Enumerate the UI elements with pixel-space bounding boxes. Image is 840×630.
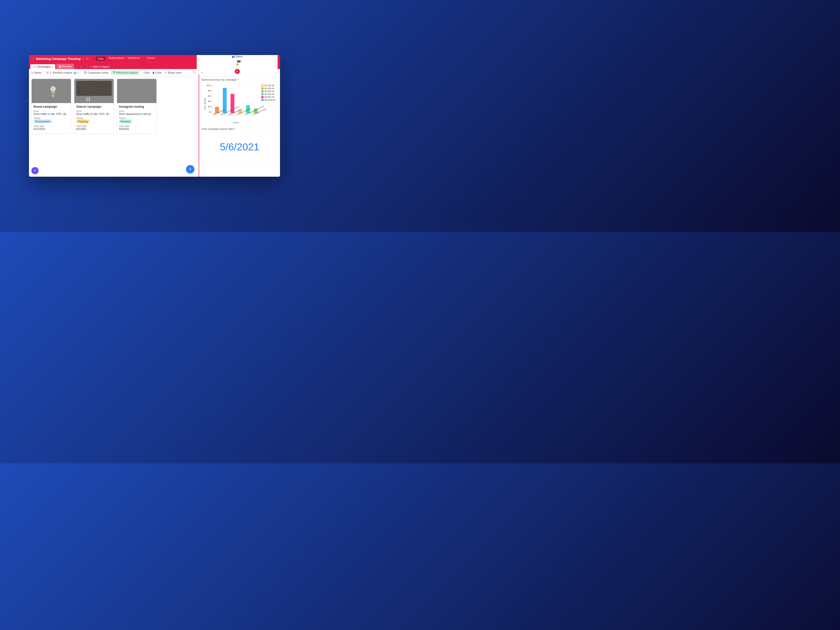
avatar[interactable]: P: [235, 69, 240, 74]
share-view-button[interactable]: ⇪Share view: [164, 71, 182, 74]
filter-button[interactable]: ⧩ Filtered by Status: [111, 70, 139, 75]
info-icon[interactable]: ⓘ: [86, 57, 88, 61]
nav-automations[interactable]: Automations: [109, 57, 124, 61]
more-icon[interactable]: ⋯: [275, 71, 278, 74]
y-tick: $10k: [207, 84, 212, 87]
ai-assistant-button[interactable]: ✦: [32, 167, 39, 174]
people-icon: 👥: [73, 71, 77, 74]
goal-value: Drive awareness to new key accounts, CP…: [119, 112, 155, 115]
tab-dropdown[interactable]: ▾: [78, 65, 84, 69]
legend-item: $10,500.00: [261, 99, 275, 101]
view-toolbar: ≡Views ⊞1. Review creative 👥 ▾ ☰Customiz…: [29, 69, 199, 76]
legend-swatch: [261, 90, 264, 92]
nav-interfaces[interactable]: Interfaces: [128, 57, 140, 61]
y-axis-label: Sum: Spend: [204, 98, 206, 110]
legend-label: $1,200.00: [265, 84, 274, 87]
spend-chart: Sum: Spend $10k$8k$6k$4k$2k$0 ABM campai…: [202, 82, 278, 125]
chevron-down-icon[interactable]: ▾: [82, 57, 84, 60]
card-image: [32, 79, 71, 103]
paint-icon: ◑: [152, 71, 154, 74]
tab-results[interactable]: ▦ Results: [56, 64, 74, 69]
workspace-icon[interactable]: ⬚: [32, 57, 34, 60]
card-image: [74, 79, 114, 103]
legend-swatch: [261, 87, 264, 90]
goal-label: Goal: [33, 110, 69, 112]
hamburger-icon: ≡: [32, 71, 33, 74]
divider: [87, 65, 87, 68]
launch-date-value: 5/6/2021: [202, 131, 278, 163]
card-title: Search campaign: [76, 105, 112, 108]
filter-icon: ⧩: [113, 71, 115, 74]
share-icon: ⇪: [164, 71, 167, 74]
sort-icon: ↕: [142, 71, 144, 74]
y-axis-ticks: $10k$8k$6k$4k$2k$0: [207, 84, 212, 113]
campaign-card[interactable]: Instagram testing Goal Drive awareness t…: [117, 79, 157, 134]
table-icon: ▦: [58, 65, 61, 68]
campaign-card[interactable]: Search campaign Goal Drive traffic to si…: [74, 79, 114, 134]
legend-label: $8,000.00: [265, 96, 274, 98]
chevron-down-icon[interactable]: ▾: [52, 65, 53, 68]
legend-label: $1,800.00: [265, 87, 274, 90]
add-or-import-button[interactable]: +Add or import: [88, 64, 112, 69]
search-icon[interactable]: 🔍: [193, 71, 196, 74]
card-title: Instagram testing: [119, 105, 155, 108]
top-nav: Data Automations Interfaces Forms: [96, 57, 155, 61]
topbar: ⬚ Marketing Campaign Tracking ▾ ⓘ Data A…: [29, 55, 280, 62]
y-tick: $4k: [208, 100, 212, 103]
views-button[interactable]: ≡Views: [32, 71, 41, 74]
gear-icon: ☰: [84, 71, 87, 74]
card-image: [117, 79, 156, 103]
legend-swatch: [261, 84, 264, 87]
nav-data[interactable]: Data: [96, 57, 106, 61]
launch-section-title[interactable]: First campaign launch date▾: [202, 128, 278, 130]
goal-value: Drive traffic to site, CPC >$1.50: [76, 112, 112, 115]
legend-item: $8,000.00: [261, 96, 275, 98]
grid-icon: ⊞: [46, 71, 49, 74]
legend-item: $1,200.00: [261, 84, 275, 87]
status-label: Status: [76, 117, 112, 120]
date-label: Start date: [33, 125, 69, 128]
legend-swatch: [261, 96, 264, 98]
notification-count: 16: [237, 60, 241, 63]
chart-section-title[interactable]: Spend summary by campaign▾: [202, 78, 278, 81]
plus-icon: +: [189, 167, 192, 172]
date-value: 5/21/2021: [33, 128, 69, 130]
date-value: 6/1/2021: [76, 128, 112, 130]
close-icon[interactable]: ✕: [275, 65, 277, 68]
card-title: Brand campaign: [33, 105, 69, 108]
chevron-down-icon[interactable]: ▾: [202, 71, 203, 74]
goal-value: Drive traffic to site, CPC >$2.25: [33, 112, 69, 115]
legend-swatch: [261, 93, 264, 95]
notifications-button[interactable]: 🔔 16: [235, 61, 240, 66]
y-tick: $8k: [208, 90, 212, 92]
card-gallery: Brand campaign Goal Drive traffic to sit…: [29, 76, 199, 177]
legend-item: $2,500.00: [261, 90, 275, 92]
sort-button[interactable]: ↕Sort: [142, 71, 149, 74]
x-axis-ticks: ABM campaignResurrect lapsed usersBrand …: [212, 114, 260, 116]
goal-label: Goal: [119, 110, 155, 112]
share-button[interactable]: 👥 Share: [229, 55, 245, 58]
add-record-fab[interactable]: +: [186, 165, 194, 173]
legend-item: $1,800.00: [261, 87, 275, 90]
x-axis-label: Name: [212, 122, 260, 124]
chart-legend: $1,200.00$1,800.00$2,500.00$3,245.00$8,0…: [261, 84, 275, 124]
divider: [76, 65, 77, 68]
legend-swatch: [261, 99, 264, 101]
tab-campaigns[interactable]: 🗂 Campaigns ▾: [30, 64, 55, 69]
main-pane: ≡Views ⊞1. Review creative 👥 ▾ ☰Customiz…: [29, 69, 199, 177]
base-title[interactable]: Marketing Campaign Tracking: [36, 57, 81, 61]
date-value: 5/6/2021: [119, 128, 155, 130]
y-tick: $0: [209, 111, 212, 113]
dashboard-pane: ▾ Campaign tracking dashboard +Add an ex…: [199, 69, 280, 177]
legend-item: $3,245.00: [261, 93, 275, 95]
customize-cards-button[interactable]: ☰Customize cards: [84, 71, 108, 74]
chevron-down-icon[interactable]: ▾: [78, 71, 79, 74]
nav-forms[interactable]: Forms: [147, 57, 155, 61]
status-badge: Planning: [76, 120, 90, 123]
status-badge: Development: [33, 120, 52, 123]
expand-icon[interactable]: ⛶: [269, 65, 272, 68]
bell-icon: 🔔: [236, 63, 239, 65]
view-switcher[interactable]: ⊞1. Review creative 👥 ▾: [46, 71, 79, 74]
color-button[interactable]: ◑Color: [152, 71, 162, 74]
campaign-card[interactable]: Brand campaign Goal Drive traffic to sit…: [32, 79, 71, 134]
